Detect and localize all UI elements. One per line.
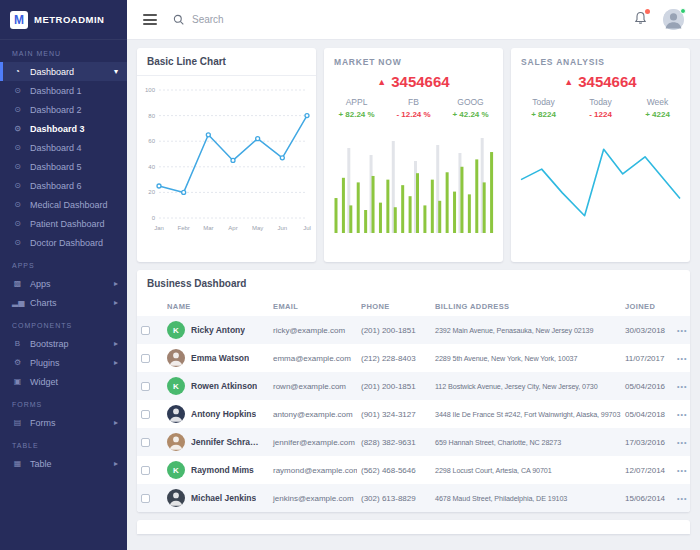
table-row: Antony Hopkinsantony@example.com(901) 32… (137, 400, 690, 428)
stat-value: - 12.24 % (385, 110, 442, 119)
table-icon: ▦ (12, 459, 23, 468)
search-input[interactable]: Search (192, 14, 224, 25)
circle-icon: ⊙ (12, 124, 23, 133)
sidebar-item-table[interactable]: ▦Table▸ (0, 454, 127, 473)
table-row: KRaymond Mimsraymond@example.com(562) 46… (137, 456, 690, 484)
row-menu-button[interactable]: ••• (677, 355, 687, 362)
stat-fb: FB- 12.24 % (385, 97, 442, 119)
cell-address: 2289 5th Avenue, New York, New York, 100… (431, 344, 621, 372)
cell-address: 4678 Maud Street, Philadelphia, DE 19103 (431, 484, 621, 512)
cell-phone: (562) 468-5646 (357, 456, 431, 484)
sidebar-item-dashboard-4[interactable]: ⊙Dashboard 4 (0, 138, 127, 157)
sidebar-section-title: TABLE (0, 432, 127, 454)
row-checkbox[interactable] (141, 326, 150, 335)
sidebar: M METROADMIN MAIN MENU◔Dashboard▾⊙Dashbo… (0, 0, 127, 550)
col-checkbox (137, 297, 163, 316)
name-cell: Antony Hopkins (167, 405, 265, 423)
cell-menu: ••• (673, 316, 690, 344)
sidebar-item-dashboard-5[interactable]: ⊙Dashboard 5 (0, 157, 127, 176)
sidebar-item-apps[interactable]: ▩Apps▸ (0, 274, 127, 293)
sidebar-item-patient-dashboard[interactable]: ⊙Patient Dashboard (0, 214, 127, 233)
row-menu-button[interactable]: ••• (677, 327, 687, 334)
svg-text:Jul: Jul (303, 225, 311, 231)
business-dashboard-card: Business Dashboard NAMEEMAILPHONEBILLING… (137, 270, 690, 512)
col-billing-address: BILLING ADDRESS (431, 297, 621, 316)
person-icon (167, 405, 185, 423)
sales-line-chart (511, 121, 690, 243)
cell-name: Antony Hopkins (163, 400, 269, 428)
brand-logo-icon: M (10, 11, 28, 29)
sidebar-item-widget[interactable]: ▣Widget (0, 372, 127, 391)
sidebar-item-label: Dashboard 4 (30, 143, 82, 153)
row-checkbox[interactable] (141, 354, 150, 363)
circle-icon: ⊙ (12, 181, 23, 190)
circle-icon: ⊙ (12, 238, 23, 247)
stat-today: Today+ 8224 (515, 97, 572, 119)
cell-checkbox (137, 372, 163, 400)
sidebar-item-label: Dashboard 2 (30, 105, 82, 115)
cell-joined: 30/03/2018 (621, 316, 673, 344)
person-icon (167, 489, 185, 507)
sidebar-item-medical-dashboard[interactable]: ⊙Medical Dashboard (0, 195, 127, 214)
row-menu-button[interactable]: ••• (677, 439, 687, 446)
cell-email: rown@example.com (269, 372, 357, 400)
row-checkbox[interactable] (141, 466, 150, 475)
menu-toggle-button[interactable] (143, 12, 157, 28)
avatar (167, 405, 185, 423)
sidebar-item-label: Dashboard 6 (30, 181, 82, 191)
dashboard-icon: ◔ (12, 67, 23, 76)
table-row: Michael Jenkinsjenkins@example.com(302) … (137, 484, 690, 512)
notifications-button[interactable] (634, 11, 647, 29)
row-checkbox[interactable] (141, 382, 150, 391)
basic-line-chart-card: Basic Line Chart 020406080100JanFebrMarA… (137, 48, 316, 262)
main-area: Search (127, 0, 700, 550)
sidebar-item-dashboard-6[interactable]: ⊙Dashboard 6 (0, 176, 127, 195)
row-menu-button[interactable]: ••• (677, 383, 687, 390)
avatar: K (167, 377, 185, 395)
sales-analysis-card: SALES ANALYSIS ▲ 3454664 Today+ 8224Toda… (511, 48, 690, 262)
cell-menu: ••• (673, 372, 690, 400)
cell-checkbox (137, 344, 163, 372)
sidebar-item-forms[interactable]: ▤Forms▸ (0, 413, 127, 432)
row-menu-button[interactable]: ••• (677, 495, 687, 502)
stat-value: + 82.24 % (328, 110, 385, 119)
cell-phone: (212) 228-8403 (357, 344, 431, 372)
cell-email: jenkins@example.com (269, 484, 357, 512)
sidebar-item-charts[interactable]: ▂▅Charts▸ (0, 293, 127, 312)
sidebar-item-dashboard[interactable]: ◔Dashboard▾ (0, 62, 127, 81)
brand-logo[interactable]: M METROADMIN (0, 0, 127, 40)
sidebar-item-doctor-dashboard[interactable]: ⊙Doctor Dashboard (0, 233, 127, 252)
stat-label: Today (572, 97, 629, 107)
svg-text:Apr: Apr (228, 225, 237, 231)
chevron-right-icon: ▸ (114, 418, 118, 427)
row-menu-button[interactable]: ••• (677, 411, 687, 418)
sidebar-item-bootstrap[interactable]: BBootstrap▸ (0, 334, 127, 353)
cell-email: ricky@example.com (269, 316, 357, 344)
cell-phone: (201) 200-1851 (357, 316, 431, 344)
user-avatar[interactable] (663, 9, 684, 30)
cell-address: 112 Bostwick Avenue, Jersey City, New Je… (431, 372, 621, 400)
cell-email: antony@example.com (269, 400, 357, 428)
row-checkbox[interactable] (141, 494, 150, 503)
row-checkbox[interactable] (141, 438, 150, 447)
chevron-right-icon: ▸ (114, 298, 118, 307)
col-joined: JOINED (621, 297, 673, 316)
stat-goog: GOOG+ 42.24 % (442, 97, 499, 119)
cell-joined: 11/07/2017 (621, 344, 673, 372)
sidebar-item-dashboard-1[interactable]: ⊙Dashboard 1 (0, 81, 127, 100)
sidebar-item-plugins[interactable]: ⚙Plugins▸ (0, 353, 127, 372)
row-checkbox[interactable] (141, 410, 150, 419)
cell-checkbox (137, 428, 163, 456)
sidebar-item-dashboard-2[interactable]: ⊙Dashboard 2 (0, 100, 127, 119)
sidebar-item-dashboard-3[interactable]: ⊙Dashboard 3 (0, 119, 127, 138)
cell-email: jennifer@example.com (269, 428, 357, 456)
row-menu-button[interactable]: ••• (677, 467, 687, 474)
svg-text:60: 60 (148, 138, 155, 144)
search-box[interactable]: Search (173, 14, 224, 25)
stat-label: GOOG (442, 97, 499, 107)
charts-icon: ▂▅ (12, 298, 23, 307)
cell-menu: ••• (673, 400, 690, 428)
table-row: Jennifer Schrammjennifer@example.com(828… (137, 428, 690, 456)
avatar: K (167, 461, 185, 479)
avatar (167, 433, 185, 451)
